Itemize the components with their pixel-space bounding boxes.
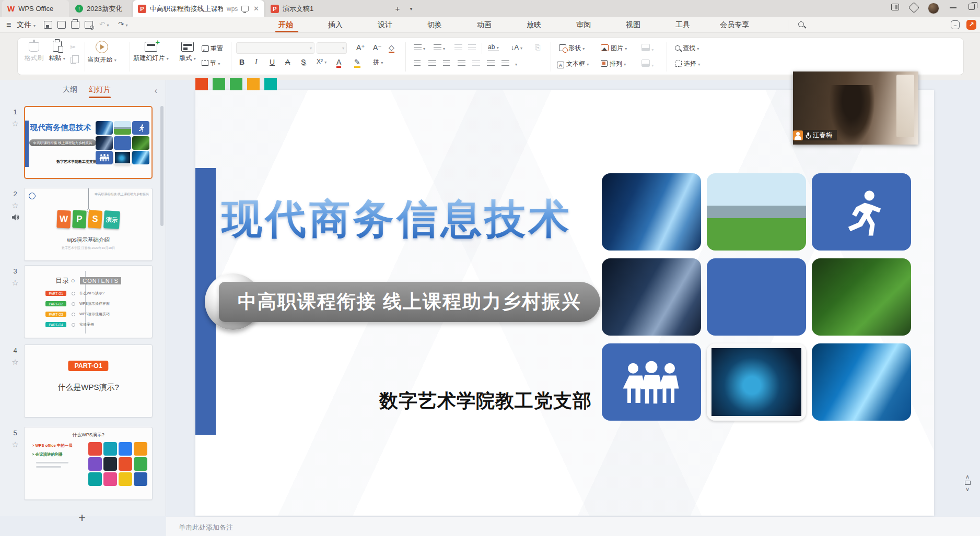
tab-slides[interactable]: 幻灯片 — [89, 85, 111, 94]
share-icon[interactable]: ↗ — [966, 20, 976, 30]
picture-button[interactable]: 图片 ▾ — [601, 44, 627, 53]
star-icon[interactable]: ☆ — [7, 201, 23, 210]
copy-icon[interactable] — [71, 57, 76, 64]
menu-tab-1[interactable]: 插入 — [328, 17, 343, 32]
next-slide-button[interactable]: ∨ — [962, 486, 973, 492]
play-from-current-button[interactable]: 当页开始 ▾ — [83, 41, 121, 64]
highlight-color-icon[interactable]: ✎ — [354, 58, 360, 68]
add-slide-button[interactable]: + — [78, 510, 86, 525]
textbox-button[interactable]: A文本框 ▾ — [557, 59, 589, 68]
slide-thumbnail-5[interactable]: 什么WPS演示?> WPS office 中的一员> 会议演讲的利器 — [24, 427, 153, 500]
menu-tab-4[interactable]: 动画 — [477, 17, 492, 32]
thumbnail-scrollbar[interactable] — [160, 106, 164, 226]
menu-tab-5[interactable]: 放映 — [527, 17, 541, 32]
clear-format-icon[interactable]: ◇ — [389, 43, 394, 53]
decrease-indent-icon[interactable] — [454, 44, 462, 50]
outline-color-button[interactable]: ▾ — [641, 59, 654, 68]
green-city-photo[interactable] — [707, 173, 806, 251]
save-icon[interactable] — [44, 21, 52, 29]
menu-tab-9[interactable]: 会员专享 — [720, 17, 749, 32]
text-shadow-icon[interactable]: S — [301, 58, 306, 66]
select-button[interactable]: 选择 ▾ — [675, 59, 700, 68]
search-icon[interactable] — [798, 21, 804, 27]
slide-canvas[interactable]: 现代商务信息技术 中高职课程衔接 线上课程助力乡村振兴 数字艺术学院教工党支部 — [195, 90, 934, 516]
crops-photo[interactable] — [812, 258, 911, 336]
cut-icon[interactable]: ✂ — [70, 43, 76, 51]
notes-placeholder[interactable]: 单击此处添加备注 — [179, 523, 233, 532]
redo-icon[interactable]: ↷ ▾ — [118, 20, 128, 28]
distribute-icon[interactable] — [472, 60, 480, 66]
text-direction-icon[interactable]: ↓A ▾ — [511, 43, 522, 51]
strikethrough-icon[interactable]: A — [285, 58, 290, 66]
document-tab-2[interactable]: P中高职课程衔接线上课程wps✕ — [133, 0, 264, 17]
slide-thumbnail-2[interactable]: 中高职课程衔接 线上课程助力乡村振兴 WPS演示 wps演示基础介绍 数字艺术学… — [24, 188, 153, 261]
restore-window-button[interactable] — [969, 4, 975, 10]
layout-button[interactable]: 版式 ▾ — [168, 41, 207, 63]
assistant-icon[interactable]: ⌣ — [951, 20, 960, 29]
audio-icon[interactable] — [11, 214, 19, 221]
paragraph-settings-icon[interactable] — [501, 60, 509, 66]
webcam-overlay[interactable]: 江春梅 — [793, 72, 918, 145]
find-button[interactable]: 查找 ▾ — [675, 44, 699, 53]
slide-subtitle-banner[interactable]: 中高职课程衔接 线上课程助力乡村振兴 — [219, 282, 600, 322]
runner-icon[interactable] — [812, 173, 911, 251]
city-tech-photo[interactable] — [602, 173, 701, 251]
reset-button[interactable]: 重置 — [202, 44, 223, 53]
slide-thumbnail-3[interactable]: 目录 ○ CONTENTS PART-O1什么WPS演示? PART-O2WPS… — [24, 265, 153, 338]
fill-color-button[interactable]: ▾ — [641, 44, 654, 53]
present-mode-icon[interactable] — [241, 6, 249, 11]
superscript-icon[interactable]: X² ▾ — [317, 58, 326, 65]
line-spacing-icon[interactable] — [487, 60, 495, 66]
shapes-button[interactable]: 形状 ▾ — [559, 44, 585, 53]
people-icon[interactable] — [602, 343, 701, 421]
minimize-button[interactable] — [950, 4, 956, 8]
numbered-list-chevron[interactable]: ▾ — [443, 43, 445, 52]
blue-tile[interactable] — [707, 258, 806, 336]
slide-thumbnail-4[interactable]: PART-O1 什么是WPS演示? — [24, 344, 153, 418]
paragraph-more-chevron[interactable]: ▾ — [515, 59, 517, 67]
decrease-font-icon[interactable]: A⁻ — [373, 43, 382, 52]
menu-tab-7[interactable]: 视图 — [626, 17, 640, 32]
color-swatch-4[interactable] — [264, 78, 277, 90]
color-swatch-3[interactable] — [247, 78, 260, 90]
color-swatch-0[interactable] — [195, 78, 208, 90]
menu-tab-3[interactable]: 切换 — [427, 17, 442, 32]
sidebar-toggle-icon[interactable] — [891, 4, 899, 10]
export-icon[interactable] — [57, 21, 66, 29]
file-menu[interactable]: 文件 ▾ — [17, 17, 36, 32]
font-family-select[interactable]: ▾ — [236, 42, 314, 54]
italic-icon[interactable]: I — [255, 58, 258, 66]
tab-outline[interactable]: 大纲 — [63, 85, 77, 94]
bullet-list-icon[interactable] — [414, 44, 422, 50]
convert-to-doc-icon[interactable]: ⎘ — [535, 43, 540, 52]
menu-tab-2[interactable]: 设计 — [378, 17, 392, 32]
color-swatch-2[interactable] — [230, 78, 242, 90]
account-avatar[interactable] — [928, 3, 939, 14]
menu-tab-0[interactable]: 开始 — [278, 17, 293, 32]
color-swatch-1[interactable] — [213, 78, 225, 90]
new-tab-button[interactable]: + — [392, 3, 403, 15]
tablet-photo[interactable] — [707, 343, 806, 421]
tab-list-button[interactable]: ▾ — [405, 3, 417, 15]
digital-photo[interactable] — [812, 343, 911, 421]
slide-title[interactable]: 现代商务信息技术 — [221, 192, 573, 247]
previous-slide-button[interactable]: ∧ — [962, 474, 973, 479]
arrange-button[interactable]: 排列 ▾ — [601, 59, 626, 68]
star-icon[interactable]: ☆ — [7, 119, 23, 128]
menu-tab-8[interactable]: 工具 — [675, 17, 690, 32]
skin-settings-icon[interactable] — [910, 4, 918, 11]
numbered-list-icon[interactable] — [434, 44, 441, 50]
increase-font-icon[interactable]: A⁺ — [356, 43, 365, 52]
collapse-panel-icon[interactable]: ‹ — [155, 86, 157, 96]
document-tab-1[interactable]: ↑2023新变化 — [70, 0, 132, 17]
star-icon[interactable]: ☆ — [7, 278, 23, 288]
star-icon[interactable]: ☆ — [7, 440, 23, 449]
document-tab-0[interactable]: WWPS Office — [2, 0, 69, 17]
phonetic-guide-icon[interactable]: 拼 ▾ — [373, 58, 383, 67]
section-button[interactable]: 节 ▾ — [202, 59, 220, 68]
underline-icon[interactable]: U — [270, 58, 275, 66]
close-tab-icon[interactable]: ✕ — [253, 5, 259, 13]
document-tab-3[interactable]: P演示文稿1 — [265, 0, 386, 17]
bullet-list-chevron[interactable]: ▾ — [423, 43, 425, 52]
increase-indent-icon[interactable] — [468, 44, 476, 50]
